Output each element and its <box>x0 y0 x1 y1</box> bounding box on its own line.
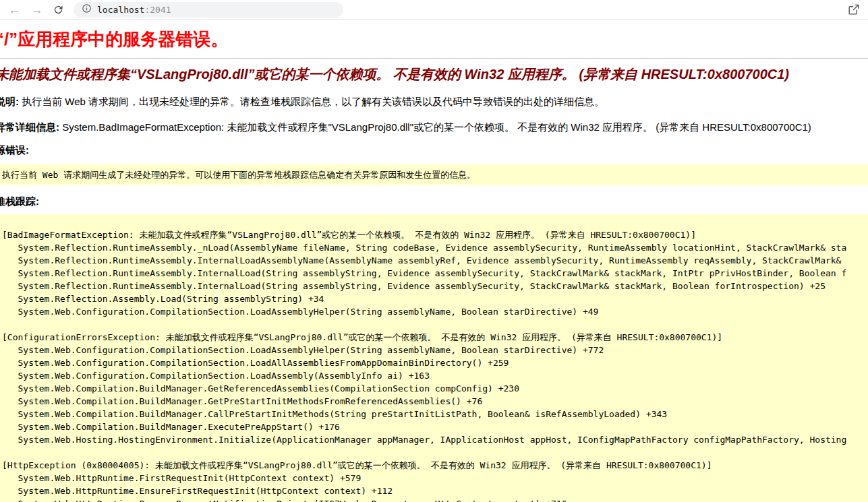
address-bar[interactable]: localhost:2041 <box>74 2 343 18</box>
exception-details-text: System.BadImageFormatException: 未能加载文件或程… <box>59 121 811 133</box>
browser-toolbar: ← → localhost:2041 <box>0 0 868 20</box>
share-icon[interactable] <box>847 3 860 16</box>
stack-trace-text: [BadImageFormatException: 未能加载文件或程序集“VSL… <box>2 216 866 502</box>
description-label: 说明: <box>0 96 19 107</box>
source-error-label: 源错误: <box>0 144 868 157</box>
back-icon[interactable]: ← <box>8 3 21 16</box>
description-line: 说明: 执行当前 Web 请求期间，出现未经处理的异常。请检查堆栈跟踪信息，以了… <box>0 96 868 108</box>
stack-trace-label: 堆栈跟踪: <box>0 195 868 208</box>
page-info-icon[interactable] <box>82 3 92 16</box>
url-text: localhost:2041 <box>97 5 171 15</box>
exception-details-line: 异常详细信息: System.BadImageFormatException: … <box>0 121 868 134</box>
server-error-heading: “/”应用程序中的服务器错误。 <box>0 30 868 50</box>
source-error-text: 执行当前 Web 请求期间生成了未经处理的异常。可以使用下面的异常堆栈跟踪信息确… <box>2 170 475 180</box>
refresh-icon[interactable] <box>53 4 64 15</box>
description-text: 执行当前 Web 请求期间，出现未经处理的异常。请检查堆栈跟踪信息，以了解有关该… <box>19 96 604 107</box>
url-host: localhost <box>97 5 144 15</box>
exception-message-heading: 未能加载文件或程序集“VSLangProj80.dll”或它的某一个依赖项。 不… <box>0 66 868 83</box>
stack-trace-box: [BadImageFormatException: 未能加载文件或程序集“VSL… <box>0 214 868 502</box>
error-page: “/”应用程序中的服务器错误。 未能加载文件或程序集“VSLangProj80.… <box>0 30 868 502</box>
url-port: :2041 <box>144 5 171 15</box>
silver-divider <box>0 58 868 59</box>
exception-details-label: 异常详细信息: <box>0 121 59 133</box>
source-error-box: 执行当前 Web 请求期间生成了未经处理的异常。可以使用下面的异常堆栈跟踪信息确… <box>0 164 868 185</box>
forward-icon[interactable]: → <box>30 3 43 16</box>
browser-window: ← → localhost:2041 <box>0 0 868 502</box>
